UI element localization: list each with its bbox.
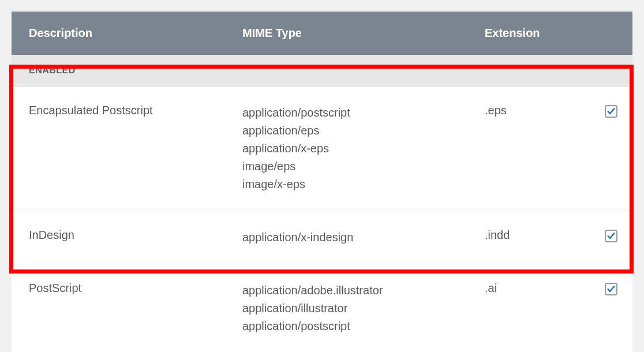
row-mime-types: application/x-indesign xyxy=(242,229,485,246)
table-header-row: Description MIME Type Extension xyxy=(12,12,632,55)
row-mime-types: application/postscriptapplication/epsapp… xyxy=(242,104,485,193)
checkmark-icon xyxy=(606,284,616,294)
mime-type-value: image/x-eps xyxy=(242,175,485,193)
row-description: InDesign xyxy=(29,229,242,242)
mime-type-value: image/eps xyxy=(242,158,485,175)
table-row: PostScriptapplication/adobe.illustratora… xyxy=(12,264,632,352)
table-body: ENABLED Encapsulated Postscriptapplicati… xyxy=(12,55,632,352)
row-extension: .eps xyxy=(485,104,589,117)
mime-type-value: application/x-indesign xyxy=(242,229,485,246)
row-extension: .indd xyxy=(485,229,589,242)
table-row: InDesignapplication/x-indesign.indd xyxy=(12,211,632,264)
enable-checkbox[interactable] xyxy=(605,230,617,242)
mime-type-value: application/illustrator xyxy=(242,299,485,317)
mime-type-value: application/eps xyxy=(242,122,485,140)
row-mime-types: application/adobe.illustratorapplication… xyxy=(242,282,485,335)
mime-type-value: application/postscript xyxy=(242,104,485,122)
row-description: Encapsulated Postscript xyxy=(29,104,242,117)
enable-checkbox[interactable] xyxy=(605,283,617,295)
section-header-enabled: ENABLED xyxy=(12,55,632,87)
mime-type-value: application/adobe.illustrator xyxy=(242,282,485,299)
enable-checkbox[interactable] xyxy=(605,105,617,118)
row-extension: .ai xyxy=(485,282,589,295)
row-description: PostScript xyxy=(29,282,242,295)
mime-type-table: Description MIME Type Extension ENABLED … xyxy=(12,12,632,352)
checkmark-icon xyxy=(606,107,616,116)
header-extension: Extension xyxy=(485,27,589,40)
mime-type-value: application/postscript xyxy=(242,317,485,335)
table-row: Encapsulated Postscriptapplication/posts… xyxy=(12,87,632,211)
checkmark-icon xyxy=(606,231,616,241)
mime-type-value: application/x-eps xyxy=(242,140,485,158)
header-description: Description xyxy=(29,27,242,40)
header-mime-type: MIME Type xyxy=(242,27,485,40)
